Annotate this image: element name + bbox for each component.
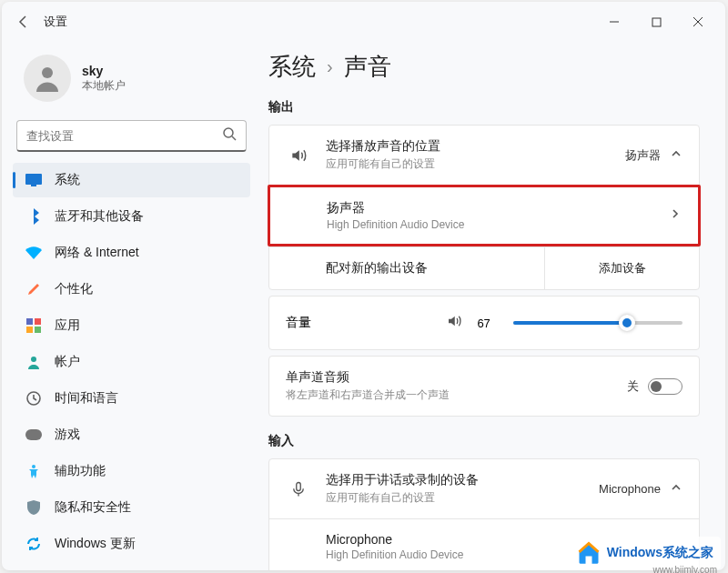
wifi-icon xyxy=(25,246,42,259)
bluetooth-icon xyxy=(25,208,42,225)
brush-icon xyxy=(25,282,42,297)
breadcrumb-current: 声音 xyxy=(344,51,391,83)
output-device-title: 扬声器 xyxy=(327,200,669,216)
system-icon xyxy=(25,174,42,186)
search-input[interactable] xyxy=(26,129,222,143)
sidebar-item-2[interactable]: 网络 & Internet xyxy=(13,236,250,270)
svg-rect-7 xyxy=(25,174,42,185)
sidebar-item-9[interactable]: 隐私和安全性 xyxy=(13,490,250,525)
mono-card: 单声道音频 将左声道和右声道合并成一个声道 关 xyxy=(268,356,700,417)
mono-state: 关 xyxy=(627,378,639,395)
body: sky 本地帐户 系统蓝牙和其他设备网络 & Internet个性化应用帐户时间… xyxy=(2,42,725,570)
sidebar-item-10[interactable]: Windows 更新 xyxy=(13,527,250,561)
avatar xyxy=(24,55,71,102)
close-icon xyxy=(693,16,703,27)
svg-rect-8 xyxy=(31,185,36,186)
input-select-title: 选择用于讲话或录制的设备 xyxy=(326,472,584,488)
volume-row: 音量 67 xyxy=(269,297,699,349)
input-select-row[interactable]: 选择用于讲话或录制的设备 应用可能有自己的设置 Microphone xyxy=(269,459,699,518)
volume-slider[interactable] xyxy=(513,321,682,325)
output-device-body: 扬声器 High Definition Audio Device xyxy=(327,200,669,231)
add-device-button[interactable]: 添加设备 xyxy=(544,247,699,289)
input-select-body: 选择用于讲话或录制的设备 应用可能有自己的设置 xyxy=(326,472,584,506)
minimize-button[interactable] xyxy=(594,7,634,36)
pair-label: 配对新的输出设备 xyxy=(269,247,544,289)
slider-fill xyxy=(513,321,626,325)
sidebar-item-4[interactable]: 应用 xyxy=(13,308,250,343)
time-icon xyxy=(25,391,42,406)
maximize-button[interactable] xyxy=(636,7,676,36)
chevron-up-icon xyxy=(670,147,682,163)
svg-rect-15 xyxy=(25,429,42,440)
sidebar-item-7[interactable]: 游戏 xyxy=(13,417,250,452)
person-icon xyxy=(31,62,64,95)
sidebar-item-1[interactable]: 蓝牙和其他设备 xyxy=(13,199,250,234)
output-device-row[interactable]: 扬声器 High Definition Audio Device xyxy=(270,187,698,244)
sidebar-item-3[interactable]: 个性化 xyxy=(13,272,250,307)
back-button[interactable] xyxy=(9,7,38,36)
search-box[interactable] xyxy=(16,120,247,152)
speaker-icon xyxy=(286,146,311,165)
search-icon xyxy=(222,126,237,145)
microphone-icon xyxy=(286,480,311,498)
watermark-text: Windows系统之家 xyxy=(607,545,713,561)
svg-rect-10 xyxy=(35,318,41,325)
slider-thumb[interactable] xyxy=(619,315,635,331)
input-select-sub: 应用可能有自己的设置 xyxy=(326,490,584,506)
profile-text: sky 本地帐户 xyxy=(82,64,126,94)
settings-window: 设置 sky 本地帐户 系统蓝牙和其 xyxy=(2,2,725,570)
output-select-row[interactable]: 选择播放声音的位置 应用可能有自己的设置 扬声器 xyxy=(269,126,699,185)
sidebar-item-label: 应用 xyxy=(55,317,80,334)
output-select-sub: 应用可能有自己的设置 xyxy=(326,156,611,172)
app-title: 设置 xyxy=(44,14,67,30)
input-select-value: Microphone xyxy=(599,482,661,496)
sidebar-item-label: 帐户 xyxy=(55,354,80,370)
output-select-body: 选择播放声音的位置 应用可能有自己的设置 xyxy=(326,138,611,172)
mono-row: 单声道音频 将左声道和右声道合并成一个声道 关 xyxy=(269,357,699,416)
mono-toggle[interactable] xyxy=(648,378,682,395)
main-content: 系统 › 声音 输出 选择播放声音的位置 应用可能有自己的设置 扬声器 xyxy=(261,42,725,570)
game-icon xyxy=(25,429,42,440)
output-heading: 输出 xyxy=(268,99,700,116)
sidebar-item-0[interactable]: 系统 xyxy=(13,163,250,197)
sidebar-item-label: 系统 xyxy=(55,172,80,188)
profile-sub: 本地帐户 xyxy=(82,78,126,94)
volume-icon[interactable] xyxy=(446,313,462,333)
nav: 系统蓝牙和其他设备网络 & Internet个性化应用帐户时间和语言游戏辅助功能… xyxy=(13,163,250,561)
profile-name: sky xyxy=(82,64,126,78)
access-icon xyxy=(25,464,42,478)
arrow-left-icon xyxy=(16,15,31,29)
maximize-icon xyxy=(652,17,662,27)
mono-title: 单声道音频 xyxy=(286,369,612,386)
svg-rect-1 xyxy=(652,18,661,26)
input-heading: 输入 xyxy=(268,433,700,449)
output-select-trail: 扬声器 xyxy=(625,147,682,164)
svg-rect-9 xyxy=(26,318,33,325)
house-icon xyxy=(576,540,602,566)
sidebar-item-label: 蓝牙和其他设备 xyxy=(55,208,144,225)
apps-icon xyxy=(25,318,42,333)
output-select-title: 选择播放声音的位置 xyxy=(326,138,611,155)
profile[interactable]: sky 本地帐户 xyxy=(13,47,250,116)
volume-label: 音量 xyxy=(286,315,340,331)
breadcrumb: 系统 › 声音 xyxy=(268,51,700,83)
close-button[interactable] xyxy=(678,7,718,36)
output-select-value: 扬声器 xyxy=(625,147,661,164)
input-select-trail: Microphone xyxy=(599,481,682,497)
svg-line-6 xyxy=(232,136,236,140)
chevron-up-icon xyxy=(670,481,682,497)
sidebar-item-8[interactable]: 辅助功能 xyxy=(13,454,250,488)
svg-rect-11 xyxy=(26,327,33,333)
chevron-right-icon: › xyxy=(327,56,333,77)
sidebar-item-6[interactable]: 时间和语言 xyxy=(13,381,250,416)
update-icon xyxy=(25,537,42,551)
sidebar-item-5[interactable]: 帐户 xyxy=(13,345,250,379)
volume-card: 音量 67 xyxy=(268,296,700,350)
minimize-icon xyxy=(609,16,620,27)
breadcrumb-parent[interactable]: 系统 xyxy=(268,51,316,83)
sidebar-item-label: 网络 & Internet xyxy=(55,245,139,261)
shield-icon xyxy=(25,500,42,515)
svg-point-5 xyxy=(224,128,233,137)
window-controls xyxy=(594,7,718,36)
output-device-card: 选择播放声音的位置 应用可能有自己的设置 扬声器 扬声器 High Defini… xyxy=(268,125,700,290)
